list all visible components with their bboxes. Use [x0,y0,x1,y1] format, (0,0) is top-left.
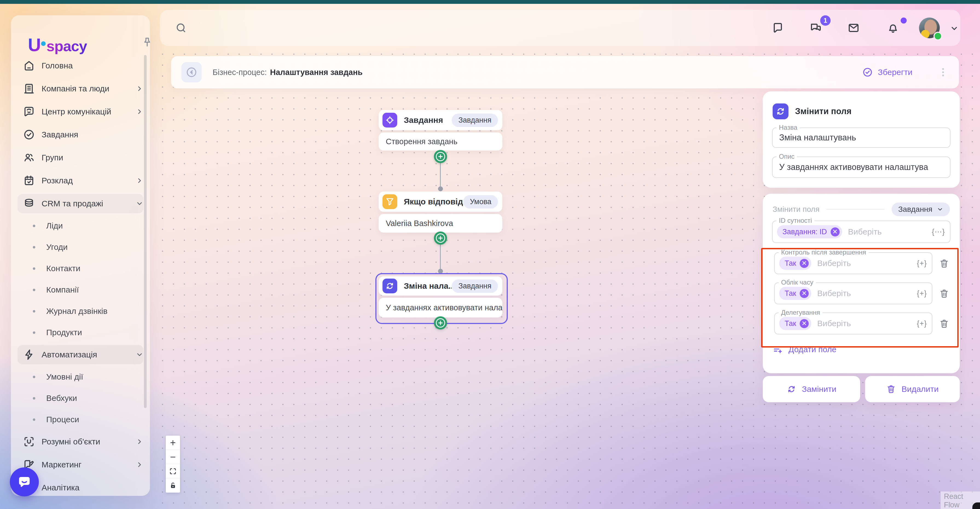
lock-button[interactable] [166,478,180,493]
check-circle-icon [23,129,35,141]
delete-field-trash-icon[interactable] [939,318,949,329]
chevron-right-icon [136,438,143,445]
variable-picker-icon[interactable]: {+} [917,319,927,328]
zoom-in-button[interactable]: + [166,436,180,450]
entity-select[interactable]: Завдання [892,202,950,216]
sidebar-item-groups[interactable]: Групи [11,146,150,169]
sidebar-item-company[interactable]: Компанія та люди [11,77,150,100]
chat-widget-button[interactable] [10,468,39,496]
chevron-right-icon [136,461,143,469]
zoom-out-button[interactable]: − [166,450,180,464]
field-time-tracking[interactable]: Облік часу Так ✕ Виберіть {+} [774,282,932,304]
description-field[interactable]: Опис У завданнях активовувати налаштува [772,156,950,178]
bullet-icon [33,331,35,334]
sidebar-item-automation[interactable]: Автоматизація [11,343,150,366]
page-title: Налаштування завдань [270,68,363,77]
sidebar-item-tasks[interactable]: Завдання [11,123,150,146]
node-condition-body[interactable]: Valeriia Bashkirova [379,214,502,232]
delete-button[interactable]: Видалити [865,376,960,402]
sidebar-item-contacts[interactable]: Контакти [11,258,150,279]
sidebar: U spacy Головна Компанія та люди Центр к… [11,15,150,496]
sidebar-item-conditional-actions[interactable]: Умовні дії [11,366,150,388]
logo-dot [41,41,46,46]
node-trigger-header[interactable]: Завдання Завдання [379,110,502,130]
search-icon[interactable] [175,22,187,34]
node-trigger-body[interactable]: Створення завдань [379,132,502,151]
funnel-icon [382,194,397,209]
notification-dot [900,17,907,24]
sidebar-item-smart-objects[interactable]: Розумні об'єкти [11,430,150,453]
field-control-after-completion[interactable]: Контроль після завершення Так ✕ Виберіть… [774,252,932,274]
sidebar-item-crm[interactable]: CRM та продажі [11,192,150,215]
add-node-button[interactable] [434,231,447,245]
feedback-bubble-icon[interactable] [772,21,785,35]
bullet-icon [33,418,35,421]
delete-field-trash-icon[interactable] [939,258,949,269]
sync-icon [787,384,796,394]
remove-chip-icon[interactable]: ✕ [800,289,809,298]
delete-field-trash-icon[interactable] [939,288,949,299]
node-condition-header[interactable]: Якщо відповід... Умова [379,192,502,212]
sidebar-item-deals[interactable]: Угоди [11,237,150,258]
trash-icon [886,384,896,394]
sidebar-item-companies[interactable]: Компанії [11,279,150,301]
chat-bubble-icon [16,474,32,490]
logo-text: spacy [46,38,87,54]
uspacy-logo[interactable]: U spacy [28,35,87,55]
sidebar-item-communications[interactable]: Центр комунікацій [11,100,150,123]
save-button[interactable]: Зберегти [862,67,912,78]
value-chip[interactable]: Завдання: ID ✕ [777,225,842,239]
value-chip[interactable]: Так ✕ [779,317,811,330]
flow-controls: + − [166,436,180,493]
profile-chevron-down-icon[interactable] [950,24,959,33]
value-chip[interactable]: Так ✕ [779,257,811,270]
panel-title: Змінити поля [795,107,851,116]
variable-picker-icon[interactable]: {+} [917,289,927,298]
messenger-icon[interactable] [809,21,822,35]
database-icon [23,197,35,210]
building-icon [23,83,35,95]
replace-button[interactable]: Замінити [763,376,860,402]
sidebar-item-home[interactable]: Головна [11,54,150,77]
bullet-icon [33,246,35,248]
variable-picker-icon[interactable]: {⋯} [932,227,945,236]
bullet-icon [33,397,35,399]
entity-id-field[interactable]: ID сутності Завдання: ID ✕ Виберіть {⋯} [772,221,950,243]
sidebar-item-products[interactable]: Продукти [11,322,150,343]
sidebar-item-leads[interactable]: Ліди [11,215,150,237]
name-field[interactable]: Назва Зміна налаштувань [772,127,950,148]
bullet-icon [33,267,35,270]
field-delegation[interactable]: Делегування Так ✕ Виберіть {+} [774,313,932,334]
add-node-button[interactable] [434,316,447,330]
sidebar-item-processes[interactable]: Процеси [11,409,150,430]
more-menu-button[interactable] [938,65,948,80]
node-action-header[interactable]: Зміна нала... Завдання [379,277,502,296]
app-root: U spacy Головна Компанія та люди Центр к… [0,0,980,509]
sync-icon [773,103,789,119]
divider [827,209,885,210]
browser-top-strip [0,0,980,4]
sidebar-item-call-log[interactable]: Журнал дзвінків [11,301,150,322]
remove-chip-icon[interactable]: ✕ [830,227,840,237]
sidebar-item-schedule[interactable]: Розклад [11,169,150,192]
fit-view-button[interactable] [166,464,180,478]
node-action-body[interactable]: У завданнях активовувати нала... [379,298,502,317]
add-field-button[interactable]: Додати поле [773,344,837,355]
add-node-button[interactable] [434,150,447,163]
chevron-right-icon [136,85,143,92]
remove-chip-icon[interactable]: ✕ [800,259,809,268]
pin-sidebar-icon[interactable] [141,37,153,49]
value-chip[interactable]: Так ✕ [779,287,811,300]
sidebar-scrollbar[interactable] [144,55,146,408]
remove-chip-icon[interactable]: ✕ [800,319,809,328]
back-button[interactable] [181,62,202,83]
logo-initial: U [28,35,40,55]
edge-1 [440,162,441,188]
sidebar-item-webhooks[interactable]: Вебхуки [11,388,150,409]
messenger-badge: 1 [820,15,830,26]
notifications-bell-icon[interactable] [886,21,900,35]
variable-picker-icon[interactable]: {+} [917,259,927,268]
mail-icon[interactable] [847,21,860,35]
node-type-badge: Завдання [452,279,498,293]
bullet-icon [33,310,35,313]
